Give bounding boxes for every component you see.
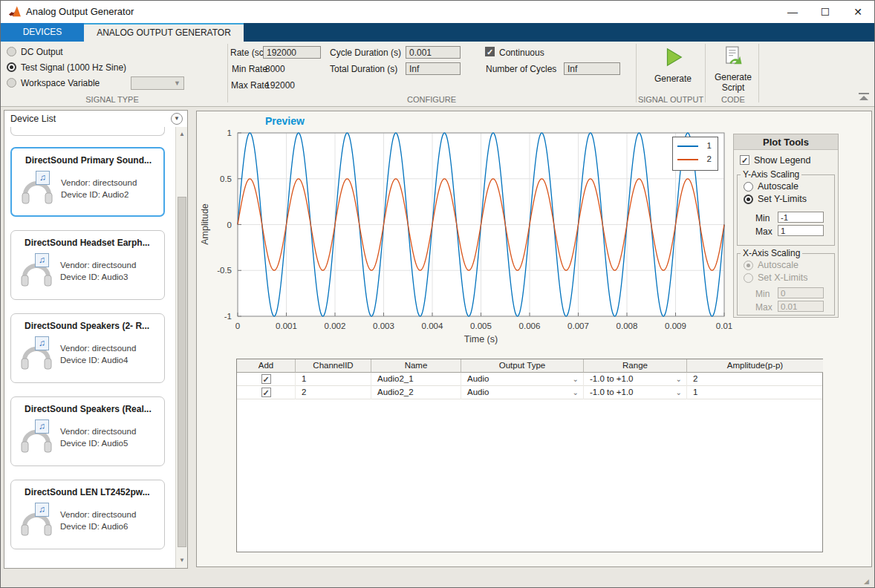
range-cell[interactable]: -1.0 to +1.0 ⌄ [584,373,687,386]
add-checkbox[interactable] [261,388,271,397]
continuous-checkbox[interactable] [485,47,495,56]
scrollbar-thumb[interactable] [178,197,186,547]
add-cell[interactable] [237,373,296,386]
output-type-cell[interactable]: Audio ⌄ [461,373,584,386]
maximize-button[interactable]: ☐ [809,1,842,23]
max-rate-label: Max Rate [231,80,269,91]
device-card-audio3[interactable]: DirectSound Headset Earph... ♫ Vendor: d… [10,230,165,300]
add-cell[interactable] [237,386,296,399]
x-axis-scaling-label: X-Axis Scaling [741,248,802,258]
device-list-collapse-button[interactable]: ▼ [171,113,183,125]
generate-script-icon [723,46,744,68]
y-min-input[interactable] [778,212,824,223]
min-rate-value: 8000 [265,64,285,74]
device-card-audio4[interactable]: DirectSound Speakers (2- R... ♫ Vendor: … [10,313,165,383]
device-vendor: Vendor: directsound [60,510,136,519]
music-note-icon: ♫ [35,253,49,267]
music-note-icon: ♫ [35,419,49,434]
device-vendor: Vendor: directsound [61,178,137,187]
test-signal-radio[interactable] [7,62,16,72]
y-autoscale-label: Autoscale [758,181,798,192]
name-cell[interactable]: Audio2_1 [371,373,461,386]
col-amplitude: Amplitude(p-p) [687,359,823,373]
device-list-title: Device List [10,114,56,124]
total-duration-label: Total Duration (s) [330,64,397,74]
y-max-input[interactable] [778,225,824,236]
scroll-up-icon[interactable]: ▲ [176,128,188,140]
chevron-down-icon[interactable]: ⌄ [573,386,579,399]
device-name: DirectSound Speakers (2- R... [25,321,149,331]
channel-table-header: Add ChannelID Name Output Type Range Amp… [237,359,822,373]
x-axis-label: Time (s) [238,334,724,344]
y-min-label: Min [755,213,770,223]
configure-section-label: CONFIGURE [227,95,636,104]
plot-tools-panel: Plot Tools Show Legend Y-Axis Scaling Au… [733,134,839,318]
svg-text:0: 0 [227,220,232,229]
minimize-button[interactable]: — [776,1,809,23]
section-separator [227,44,228,102]
plot-tools-title: Plot Tools [734,134,838,150]
device-list-scrollbar[interactable]: ▲ ▼ [175,127,187,568]
svg-text:0.008: 0.008 [617,321,638,330]
chevron-down-icon[interactable]: ⌄ [676,373,682,385]
channelid-cell: 2 [296,386,371,399]
resize-grip[interactable]: ◢ [864,578,871,585]
cycle-duration-input[interactable] [406,46,461,59]
device-card-partial[interactable] [10,127,165,136]
tab-devices[interactable]: DEVICES [1,23,84,42]
range-cell[interactable]: -1.0 to +1.0 ⌄ [584,386,687,399]
min-rate-label: Min Rate [232,64,267,74]
chevron-down-icon[interactable]: ⌄ [573,373,579,385]
svg-text:0.009: 0.009 [665,321,686,330]
device-name: DirectSound Headset Earph... [25,238,150,248]
collapse-arrow-icon [857,92,871,101]
legend-label: 1 [707,141,712,150]
device-id: Device ID: Audio2 [61,190,129,199]
title-bar: Analog Output Generator — ☐ ✕ [1,1,874,23]
number-of-cycles-input[interactable] [564,62,620,75]
dc-output-radio[interactable] [7,47,16,56]
device-card-audio2[interactable]: DirectSound Primary Sound... ♫ Vendor: d… [10,147,165,217]
output-type-value: Audio [467,388,489,396]
device-card-audio5[interactable]: DirectSound Speakers (Real... ♫ Vendor: … [10,396,165,466]
svg-text:0: 0 [235,321,240,330]
svg-text:-0.5: -0.5 [217,266,232,275]
device-list: DirectSound Primary Sound... ♫ Vendor: d… [4,127,187,568]
main-panel: Preview Amplitude 00.0010.0020.0030.0040… [196,111,872,567]
col-add: Add [237,359,296,373]
svg-text:0.006: 0.006 [519,321,541,330]
legend-entry: 2 [673,152,718,167]
output-type-value: Audio [467,374,489,383]
plot-legend: 1 2 [672,137,718,171]
output-type-cell[interactable]: Audio ⌄ [461,386,584,399]
chevron-down-icon: ▼ [174,79,180,87]
x-autoscale-radio [744,261,753,270]
test-signal-label: Test Signal (1000 Hz Sine) [21,62,126,73]
y-max-label: Max [755,226,772,237]
y-set-limits-radio[interactable] [744,195,753,204]
close-button[interactable]: ✕ [842,1,874,23]
total-duration-input[interactable] [406,62,461,75]
workspace-variable-radio[interactable] [7,78,16,88]
y-axis-scaling-label: Y-Axis Scaling [741,169,801,180]
col-range: Range [584,359,687,373]
scroll-down-icon[interactable]: ▼ [176,555,188,566]
workspace-variable-dropdown[interactable]: ▼ [131,76,184,90]
name-cell[interactable]: Audio2_2 [371,386,461,399]
svg-text:0.01: 0.01 [716,321,732,330]
tab-analog-output-generator[interactable]: ANALOG OUTPUT GENERATOR [84,23,244,42]
chevron-down-icon[interactable]: ⌄ [676,386,682,399]
svg-text:0.001: 0.001 [276,321,297,330]
add-checkbox[interactable] [261,374,271,384]
cycle-duration-label: Cycle Duration (s) [330,48,401,58]
dc-output-label: DC Output [21,47,63,57]
show-legend-checkbox[interactable] [740,155,749,165]
rate-input[interactable] [263,46,321,59]
y-autoscale-radio[interactable] [744,182,753,192]
amplitude-cell[interactable]: 1 [687,386,823,399]
device-card-audio6[interactable]: DirectSound LEN LT2452pw... ♫ Vendor: di… [10,480,165,549]
amplitude-cell[interactable]: 2 [687,373,823,386]
collapse-toolstrip-button[interactable] [857,92,874,102]
music-note-icon: ♫ [35,503,49,517]
toolstrip: DC Output Test Signal (1000 Hz Sine) Wor… [1,42,874,107]
